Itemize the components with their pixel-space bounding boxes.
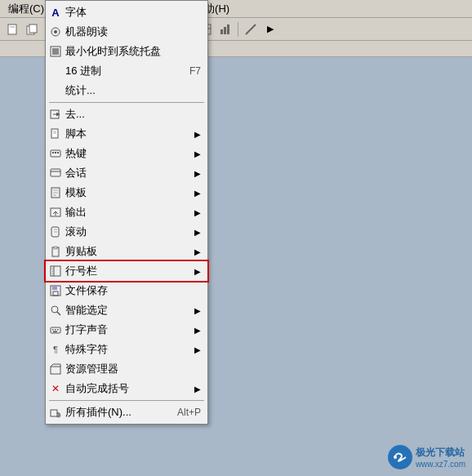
svg-rect-21 bbox=[52, 48, 59, 55]
menu-item-font[interactable]: A 字体 bbox=[46, 2, 207, 22]
menu-separator-2 bbox=[49, 400, 204, 401]
svg-rect-15 bbox=[224, 27, 226, 34]
toolbar-chart[interactable] bbox=[216, 20, 234, 38]
svg-rect-28 bbox=[52, 152, 54, 153]
toolbar-copy[interactable] bbox=[23, 20, 41, 38]
svg-rect-59 bbox=[51, 367, 60, 374]
menu-item-hex[interactable]: 16 进制 F7 bbox=[46, 61, 207, 81]
session-arrow: ▶ bbox=[194, 169, 201, 178]
svg-point-52 bbox=[51, 306, 58, 313]
resmgr-icon bbox=[49, 363, 62, 376]
menu-item-hotkey[interactable]: 热键 ▶ bbox=[46, 144, 207, 163]
font-icon: A bbox=[49, 6, 62, 19]
goto-icon bbox=[49, 108, 62, 121]
special-icon: ¶ bbox=[49, 343, 62, 356]
svg-rect-51 bbox=[53, 291, 58, 296]
template-icon bbox=[49, 186, 62, 199]
stats-icon bbox=[49, 84, 62, 97]
menu-item-minimize[interactable]: 最小化时到系统托盘 bbox=[46, 42, 207, 61]
menu-item-output[interactable]: 输出 ▶ bbox=[46, 202, 207, 222]
special-arrow: ▶ bbox=[194, 345, 201, 354]
watermark-logo bbox=[388, 445, 412, 469]
watermark-url: www.xz7.com bbox=[416, 460, 465, 469]
menu-item-tts[interactable]: 机器朗读 bbox=[46, 22, 207, 42]
svg-rect-0 bbox=[8, 24, 16, 34]
svg-rect-50 bbox=[52, 286, 57, 290]
script-icon bbox=[49, 127, 62, 140]
menu-separator-1 bbox=[49, 102, 204, 103]
scroll-icon bbox=[49, 225, 62, 238]
output-arrow: ▶ bbox=[194, 208, 201, 217]
filesave-icon bbox=[49, 284, 62, 297]
menu-item-template[interactable]: 模板 ▶ bbox=[46, 183, 207, 202]
allplugins-icon bbox=[49, 406, 62, 419]
menu-item-smartsel[interactable]: 智能选定 ▶ bbox=[46, 300, 207, 320]
linenum-icon bbox=[49, 265, 62, 278]
svg-point-61 bbox=[390, 447, 411, 468]
watermark-site: 极光下载站 bbox=[416, 446, 465, 460]
menubar-item-code[interactable]: 编程(C) bbox=[3, 0, 49, 18]
menu-item-special[interactable]: ¶ 特殊字符 ▶ bbox=[46, 340, 207, 359]
autocomplete-arrow: ▶ bbox=[194, 385, 201, 394]
script-arrow: ▶ bbox=[194, 130, 201, 139]
toolbar-line[interactable] bbox=[242, 20, 260, 38]
template-arrow: ▶ bbox=[194, 189, 201, 198]
svg-rect-43 bbox=[54, 247, 57, 249]
svg-rect-31 bbox=[51, 169, 60, 176]
smartsel-icon bbox=[49, 304, 62, 317]
svg-rect-56 bbox=[55, 329, 56, 331]
svg-point-19 bbox=[54, 30, 57, 33]
toolbar-separator-4 bbox=[238, 22, 238, 37]
minimize-icon bbox=[49, 45, 62, 58]
hotkey-icon bbox=[49, 147, 62, 160]
linenum-arrow: ▶ bbox=[194, 267, 201, 276]
svg-line-17 bbox=[246, 24, 256, 34]
svg-rect-16 bbox=[227, 24, 229, 34]
watermark: 极光下载站 www.xz7.com bbox=[388, 445, 465, 469]
svg-rect-60 bbox=[51, 410, 57, 416]
clipboard-arrow: ▶ bbox=[194, 247, 201, 256]
svg-rect-58 bbox=[53, 331, 57, 333]
menu-item-allplugins[interactable]: 所有插件(N)... Alt+P bbox=[46, 403, 207, 422]
typing-icon bbox=[49, 323, 62, 336]
hotkey-arrow: ▶ bbox=[194, 149, 201, 158]
menu-item-goto[interactable]: 去... bbox=[46, 105, 207, 124]
hex-icon bbox=[49, 65, 62, 78]
svg-rect-30 bbox=[57, 152, 59, 153]
svg-rect-3 bbox=[29, 24, 37, 33]
menu-item-clipboard[interactable]: 剪贴板 ▶ bbox=[46, 242, 207, 261]
clipboard-icon bbox=[49, 245, 62, 258]
typing-arrow: ▶ bbox=[194, 326, 201, 335]
menu-item-typing[interactable]: 打字声音 ▶ bbox=[46, 320, 207, 340]
tts-icon bbox=[49, 25, 62, 38]
main-area: A 字体 机器朗读 最小化时到系统托盘 16 进制 F7 统计... bbox=[0, 57, 472, 476]
autocomplete-icon: ✕ bbox=[49, 382, 62, 395]
toolbar-new[interactable] bbox=[3, 20, 21, 38]
toolbar-arrow[interactable]: ▶ bbox=[261, 20, 279, 38]
svg-rect-55 bbox=[52, 329, 54, 331]
menu-item-resmgr[interactable]: 资源管理器 bbox=[46, 359, 207, 379]
scroll-arrow: ▶ bbox=[194, 228, 201, 237]
menu-item-script[interactable]: 脚本 ▶ bbox=[46, 124, 207, 144]
menu-item-filesave[interactable]: 文件保存 bbox=[46, 281, 207, 300]
svg-rect-57 bbox=[57, 329, 59, 331]
menu-item-session[interactable]: 会话 ▶ bbox=[46, 163, 207, 183]
menu-item-stats[interactable]: 统计... bbox=[46, 81, 207, 100]
menu-item-scroll[interactable]: 滚动 ▶ bbox=[46, 222, 207, 242]
session-icon bbox=[49, 167, 62, 180]
smartsel-arrow: ▶ bbox=[194, 306, 201, 315]
watermark-text-block: 极光下载站 www.xz7.com bbox=[416, 446, 465, 469]
svg-rect-44 bbox=[51, 266, 60, 276]
svg-point-62 bbox=[394, 456, 397, 459]
svg-rect-29 bbox=[55, 152, 56, 153]
output-icon bbox=[49, 206, 62, 219]
menu-item-autocomplete[interactable]: ✕ 自动完成括号 ▶ bbox=[46, 379, 207, 398]
menu-item-linenum[interactable]: 行号栏 ▶ bbox=[46, 261, 207, 281]
svg-rect-14 bbox=[220, 29, 223, 34]
svg-line-53 bbox=[57, 312, 60, 315]
plugin-dropdown-menu: A 字体 机器朗读 最小化时到系统托盘 16 进制 F7 统计... bbox=[45, 0, 208, 425]
